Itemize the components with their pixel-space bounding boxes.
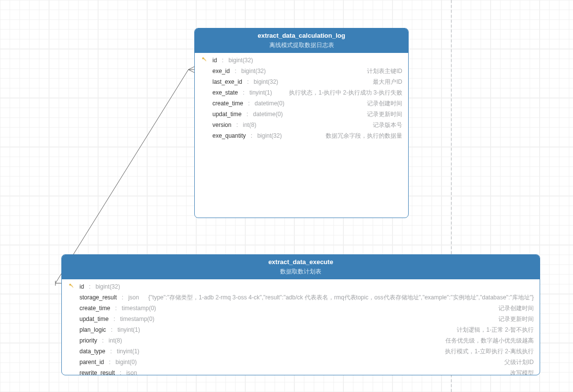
column-comment: {"type":"存储类型，1-adb 2-rmq 3-oss 4-ck","r… — [144, 293, 534, 302]
colon: : — [236, 121, 238, 129]
column-name: updat_time — [212, 110, 241, 119]
column-type: tinyint(1) — [117, 325, 140, 334]
table-title: extract_data_execute — [66, 258, 536, 267]
column-type: bigint(32) — [229, 56, 253, 65]
colon: : — [247, 77, 249, 86]
column-row[interactable]: create_time: datetime(0)记录创建时间 — [201, 98, 402, 109]
colon: : — [120, 368, 121, 375]
column-name: id — [79, 282, 84, 291]
table-subtitle: 离线模式提取数据日志表 — [199, 41, 404, 49]
colon: : — [234, 67, 236, 75]
column-type: datetime(0) — [253, 110, 283, 119]
colon: : — [122, 293, 123, 302]
column-row[interactable]: updat_time: datetime(0)记录更新时间 — [201, 109, 402, 120]
column-name: id — [212, 56, 217, 65]
colon: : — [115, 304, 117, 313]
primary-key-icon — [201, 56, 208, 62]
column-type: int(8) — [243, 121, 256, 129]
column-type: int(8) — [108, 336, 122, 345]
column-name: exe_state — [212, 88, 238, 97]
column-row[interactable]: priority: int(8)任务优先级，数字越小优先级越高 — [68, 335, 534, 346]
column-comment: 记录创建时间 — [289, 99, 402, 108]
column-name: parent_id — [79, 358, 104, 367]
column-type: bigint(32) — [257, 131, 282, 140]
table-title: extract_data_calculation_log — [199, 31, 404, 40]
colon: : — [222, 56, 223, 65]
column-comment: 父级计划ID — [142, 358, 534, 367]
colon: : — [251, 131, 252, 140]
colon: : — [246, 110, 248, 119]
column-comment: 记录版本号 — [261, 121, 402, 129]
column-name: exe_quantity — [212, 131, 246, 140]
column-name: storage_result — [79, 293, 117, 302]
column-name: exe_id — [212, 67, 230, 75]
column-type: json — [126, 368, 137, 375]
er-canvas[interactable]: extract_data_calculation_log离线模式提取数据日志表i… — [0, 0, 573, 392]
column-name: data_type — [79, 347, 105, 356]
column-type: timestamp(0) — [120, 315, 155, 323]
column-name: plan_logic — [79, 325, 106, 334]
column-row[interactable]: id: bigint(32) — [201, 55, 402, 66]
column-name: create_time — [212, 99, 243, 108]
column-row[interactable]: plan_logic: tinyint(1)计划逻辑，1-正常 2-暂不执行 — [68, 324, 534, 335]
table-header[interactable]: extract_data_execute数据取数计划表 — [62, 255, 540, 279]
column-row[interactable]: exe_state: tinyint(1)执行状态，1-执行中 2-执行成功 3… — [201, 87, 402, 98]
column-row[interactable]: exe_id: bigint(32)计划表主键ID — [201, 66, 402, 76]
column-row[interactable]: rewrite_result: json改写模型 — [68, 368, 534, 375]
column-name: last_exe_id — [212, 77, 242, 86]
column-row[interactable]: create_time: timestamp(0)记录创建时间 — [68, 303, 534, 314]
column-comment: 记录更新时间 — [159, 315, 534, 323]
column-row[interactable]: exe_quantity: bigint(32)数据冗余字段，执行的数据量 — [201, 130, 402, 141]
column-type: tinyint(1) — [117, 347, 139, 356]
table-subtitle: 数据取数计划表 — [66, 268, 536, 275]
column-name: updat_time — [79, 315, 108, 323]
column-comment: 计划逻辑，1-正常 2-暂不执行 — [145, 325, 534, 334]
primary-key-icon — [68, 283, 75, 289]
column-comment: 任务优先级，数字越小优先级越高 — [127, 336, 534, 345]
column-comment: 最大用户ID — [283, 77, 402, 86]
column-type: bigint(32) — [96, 282, 120, 291]
column-comment: 记录创建时间 — [161, 304, 534, 313]
column-row[interactable]: storage_result: json{"type":"存储类型，1-adb … — [68, 292, 534, 303]
column-row[interactable]: parent_id: bigint(0)父级计划ID — [68, 357, 534, 368]
column-comment: 执行状态，1-执行中 2-执行成功 3-执行失败 — [277, 88, 402, 97]
colon: : — [110, 347, 112, 356]
colon: : — [109, 358, 110, 367]
column-comment: 记录更新时间 — [287, 110, 402, 119]
column-name: priority — [79, 336, 97, 345]
colon: : — [113, 315, 115, 323]
table-body: id: bigint(32)storage_result: json{"type… — [62, 279, 540, 375]
column-comment: 计划表主键ID — [271, 67, 402, 75]
table-card[interactable]: extract_data_execute数据取数计划表id: bigint(32… — [61, 254, 540, 375]
column-name: version — [212, 121, 232, 129]
colon: : — [243, 88, 244, 97]
column-comment: 改写模型 — [142, 368, 534, 375]
svg-rect-9 — [206, 60, 207, 61]
column-type: timestamp(0) — [122, 304, 156, 313]
column-name: create_time — [79, 304, 110, 313]
table-card[interactable]: extract_data_calculation_log离线模式提取数据日志表i… — [194, 28, 409, 218]
column-row[interactable]: id: bigint(32) — [68, 281, 534, 292]
column-type: tinyint(1) — [249, 88, 272, 97]
column-name: rewrite_result — [79, 368, 115, 375]
column-row[interactable]: version: int(8)记录版本号 — [201, 120, 402, 130]
column-type: bigint(0) — [115, 358, 136, 367]
column-row[interactable]: last_exe_id: bigint(32)最大用户ID — [201, 76, 402, 87]
colon: : — [89, 282, 90, 291]
column-comment: 数据冗余字段，执行的数据量 — [286, 131, 402, 140]
colon: : — [102, 336, 104, 345]
svg-rect-13 — [73, 287, 74, 288]
column-type: datetime(0) — [255, 99, 285, 108]
table-body: id: bigint(32)exe_id: bigint(32)计划表主键IDl… — [195, 53, 408, 145]
column-type: bigint(32) — [254, 77, 278, 86]
column-comment: 执行模式，1-立即执行 2-离线执行 — [144, 347, 534, 356]
table-header[interactable]: extract_data_calculation_log离线模式提取数据日志表 — [195, 28, 408, 53]
column-row[interactable]: data_type: tinyint(1)执行模式，1-立即执行 2-离线执行 — [68, 346, 534, 357]
column-row[interactable]: updat_time: timestamp(0)记录更新时间 — [68, 314, 534, 324]
colon: : — [248, 99, 250, 108]
column-type: json — [128, 293, 139, 302]
column-type: bigint(32) — [241, 67, 266, 75]
colon: : — [111, 325, 112, 334]
